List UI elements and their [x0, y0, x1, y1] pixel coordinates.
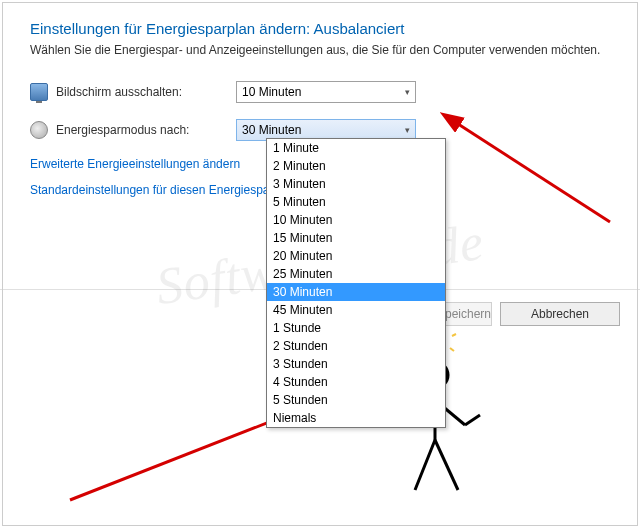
dropdown-option[interactable]: 25 Minuten: [267, 265, 445, 283]
dropdown-option[interactable]: 4 Stunden: [267, 373, 445, 391]
dropdown-option[interactable]: 5 Minuten: [267, 193, 445, 211]
dropdown-option[interactable]: 30 Minuten: [267, 283, 445, 301]
dropdown-list-sleep[interactable]: 1 Minute2 Minuten3 Minuten5 Minuten10 Mi…: [266, 138, 446, 428]
dropdown-option[interactable]: 5 Stunden: [267, 391, 445, 409]
svg-line-15: [450, 348, 454, 351]
row-display-off: Bildschirm ausschalten: 10 Minuten ▾: [30, 81, 610, 103]
dropdown-option[interactable]: 45 Minuten: [267, 301, 445, 319]
label-sleep: Energiesparmodus nach:: [56, 123, 236, 137]
dropdown-option[interactable]: 2 Stunden: [267, 337, 445, 355]
svg-line-4: [415, 440, 435, 490]
monitor-icon: [30, 83, 48, 101]
chevron-down-icon: ▾: [405, 125, 410, 135]
cancel-button[interactable]: Abbrechen: [500, 302, 620, 326]
dropdown-option[interactable]: Niemals: [267, 409, 445, 427]
dropdown-option[interactable]: 3 Stunden: [267, 355, 445, 373]
dropdown-display-off[interactable]: 10 Minuten ▾: [236, 81, 416, 103]
svg-line-13: [452, 334, 456, 336]
dropdown-display-off-value: 10 Minuten: [242, 85, 301, 99]
dropdown-option[interactable]: 3 Minuten: [267, 175, 445, 193]
dropdown-option[interactable]: 15 Minuten: [267, 229, 445, 247]
svg-line-9: [465, 415, 480, 425]
dropdown-option[interactable]: 1 Minute: [267, 139, 445, 157]
page-subtitle: Wählen Sie die Energiespar- und Anzeigee…: [30, 43, 610, 57]
dropdown-sleep-value: 30 Minuten: [242, 123, 301, 137]
dropdown-option[interactable]: 1 Stunde: [267, 319, 445, 337]
moon-icon: [30, 121, 48, 139]
dropdown-option[interactable]: 20 Minuten: [267, 247, 445, 265]
dropdown-option[interactable]: 10 Minuten: [267, 211, 445, 229]
chevron-down-icon: ▾: [405, 87, 410, 97]
svg-line-5: [435, 440, 458, 490]
dropdown-option[interactable]: 2 Minuten: [267, 157, 445, 175]
page-title: Einstellungen für Energiesparplan ändern…: [30, 20, 610, 37]
label-display-off: Bildschirm ausschalten:: [56, 85, 236, 99]
